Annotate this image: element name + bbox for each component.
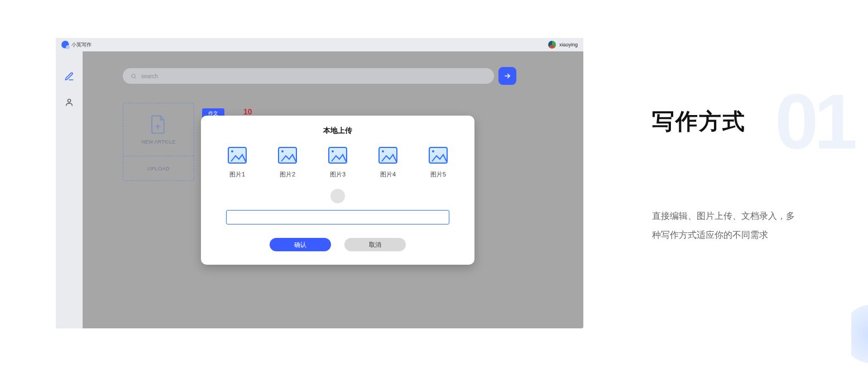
upload-path-input[interactable]: [226, 210, 449, 224]
feature-headline: 写作方式: [652, 106, 842, 137]
brand-logo-icon: [61, 41, 69, 49]
thumb-label: 图片2: [280, 170, 295, 179]
brand-text: 小英写作: [71, 41, 92, 49]
avatar: [548, 41, 556, 49]
modal-title: 本地上传: [214, 126, 461, 136]
cancel-button[interactable]: 取消: [344, 238, 406, 251]
arrow-right-icon: [503, 72, 511, 80]
main-area: search NEW ARTICLE UPLOAD: [83, 51, 583, 328]
thumb-label: 图片3: [330, 170, 346, 179]
thumb-label: 图片4: [380, 170, 396, 179]
search-submit-button[interactable]: [498, 67, 516, 85]
decorative-blob: [851, 298, 868, 370]
article-count: 10: [243, 107, 252, 116]
image-icon: [429, 147, 448, 164]
upload-label: UPLOAD: [147, 166, 170, 171]
profile-icon[interactable]: [64, 97, 74, 107]
thumb-item[interactable]: 图片1: [218, 147, 257, 179]
file-plus-icon: [150, 114, 167, 135]
image-icon: [328, 147, 347, 164]
user-name: xiaoying: [559, 42, 578, 47]
brand: 小英写作: [61, 41, 92, 49]
thumbnail-row: 图片1 图片2 图片3: [214, 147, 461, 179]
feature-section: 01 写作方式: [652, 106, 842, 137]
search-input[interactable]: search: [123, 68, 494, 84]
thumb-item[interactable]: 图片2: [268, 147, 307, 179]
loading-spinner-icon: [330, 189, 345, 203]
search-icon: [131, 73, 137, 79]
thumb-item[interactable]: 图片4: [368, 147, 407, 179]
image-icon: [278, 147, 297, 164]
svg-point-0: [68, 99, 70, 102]
image-icon: [228, 147, 247, 164]
thumb-item[interactable]: 图片3: [318, 147, 357, 179]
upload-area[interactable]: UPLOAD: [123, 156, 194, 180]
svg-point-1: [132, 74, 135, 77]
new-article-upper[interactable]: NEW ARTICLE: [123, 103, 194, 156]
app-topbar: 小英写作 xiaoying: [56, 38, 583, 51]
sidebar: [56, 51, 83, 328]
new-article-label: NEW ARTICLE: [142, 139, 176, 145]
thumb-item[interactable]: 图片5: [419, 147, 458, 179]
confirm-button[interactable]: 确认: [270, 238, 331, 251]
search-placeholder: search: [141, 73, 158, 79]
image-icon: [378, 147, 397, 164]
app-screenshot-panel: 小英写作 xiaoying search: [56, 38, 583, 328]
feature-description: 直接编辑、图片上传、文档录入，多种写作方式适应你的不同需求: [652, 207, 797, 244]
thumb-label: 图片1: [229, 170, 245, 179]
edit-icon[interactable]: [64, 71, 74, 82]
upload-modal: 本地上传 图片1 图片2: [201, 116, 474, 265]
thumb-label: 图片5: [430, 170, 446, 179]
user-area[interactable]: xiaoying: [548, 41, 578, 49]
new-article-card[interactable]: NEW ARTICLE UPLOAD: [123, 103, 194, 181]
